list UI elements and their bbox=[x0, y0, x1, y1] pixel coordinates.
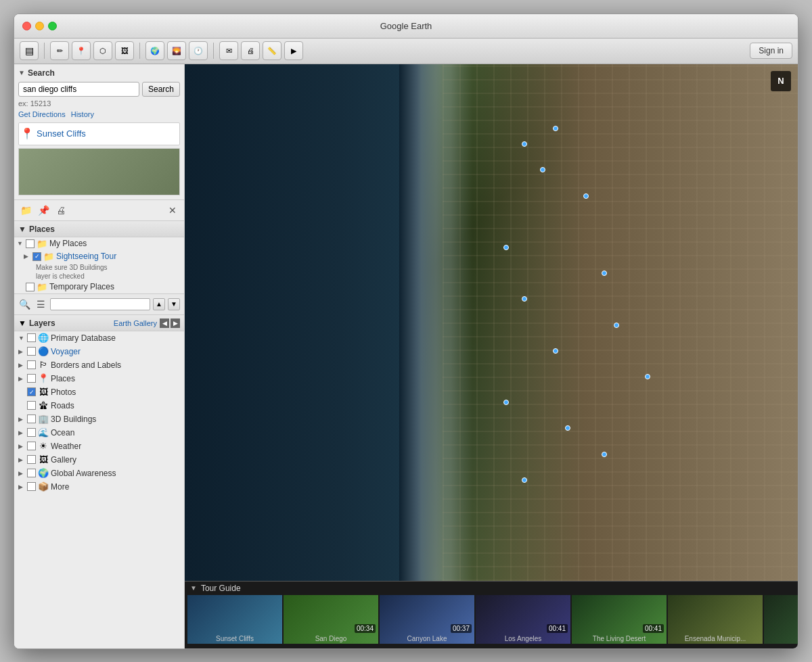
layer-3d-buildings[interactable]: ▶ 🏢 3D Buildings bbox=[14, 412, 184, 426]
places-panel-title: Places bbox=[29, 224, 55, 234]
layer-photos[interactable]: ▶ ✓ 🖼 Photos bbox=[14, 385, 184, 399]
places-search-input[interactable] bbox=[50, 298, 150, 310]
places-panel: ▼ Places ▼ 📁 My Places ▶ ✓ 📁 Sightseeing… bbox=[14, 221, 184, 294]
primary-db-checkbox[interactable] bbox=[27, 333, 36, 342]
roads-checkbox[interactable] bbox=[27, 401, 36, 410]
buildings-label: 3D Buildings bbox=[51, 415, 96, 424]
earth-gallery-button[interactable]: Earth Gallery bbox=[114, 319, 157, 327]
places-layer-checkbox[interactable] bbox=[27, 374, 36, 383]
temporary-places-checkbox[interactable] bbox=[26, 283, 35, 291]
window-title: Google Earth bbox=[380, 21, 432, 31]
buildings-icon: 🏢 bbox=[38, 414, 49, 425]
gallery-checkbox[interactable] bbox=[27, 455, 36, 464]
gallery-prev-arrow[interactable]: ◀ bbox=[160, 318, 169, 328]
places-layer-arrow: ▶ bbox=[18, 375, 25, 382]
record-tour-button[interactable]: ▶ bbox=[284, 41, 303, 60]
tour-thumb-ensenada[interactable]: Ensenada Municip... bbox=[668, 595, 763, 644]
email-button[interactable]: ✉ bbox=[219, 41, 238, 60]
layer-more[interactable]: ▶ 📦 More bbox=[14, 480, 184, 494]
tour-thumb-mexicali[interactable]: Mexicali bbox=[764, 595, 798, 644]
voyager-label[interactable]: Voyager bbox=[51, 347, 81, 356]
layer-borders-labels[interactable]: ▶ 🏳 Borders and Labels bbox=[14, 358, 184, 372]
more-checkbox[interactable] bbox=[27, 482, 36, 491]
map-marker bbox=[553, 126, 558, 131]
sidebar-toggle-button[interactable]: ▤ bbox=[20, 41, 39, 60]
layers-panel-header: ▼ Layers Earth Gallery ◀ ▶ bbox=[14, 315, 184, 331]
places-list-button[interactable]: ☰ bbox=[35, 297, 48, 312]
layer-weather[interactable]: ▶ ☀ Weather bbox=[14, 440, 184, 453]
historical-imagery-button[interactable]: 🕐 bbox=[189, 41, 208, 60]
sightseeing-folder-icon: 📁 bbox=[43, 252, 54, 262]
new-placemark-button[interactable]: 📌 bbox=[36, 203, 51, 218]
search-result-item[interactable]: 📍 Sunset Cliffs bbox=[18, 122, 180, 145]
photos-checkbox[interactable]: ✓ bbox=[27, 387, 36, 396]
close-button[interactable] bbox=[22, 22, 31, 30]
voyager-checkbox[interactable] bbox=[27, 347, 36, 356]
show-sky-button[interactable]: 🌄 bbox=[167, 41, 186, 60]
map-view[interactable]: N bbox=[185, 64, 798, 581]
print-result-button[interactable]: 🖨 bbox=[53, 203, 68, 218]
weather-checkbox[interactable] bbox=[27, 442, 36, 450]
tour-thumb-los-angeles[interactable]: 00:41 Los Angeles bbox=[476, 595, 570, 644]
show-earth-button[interactable]: 🌍 bbox=[145, 41, 164, 60]
sightseeing-tour-item[interactable]: ▶ ✓ 📁 Sightseeing Tour bbox=[14, 250, 184, 263]
sightseeing-checkbox[interactable]: ✓ bbox=[32, 252, 41, 261]
tour-guide-title: Tour Guide bbox=[201, 584, 241, 593]
history-link[interactable]: History bbox=[71, 110, 94, 118]
add-polygon-button[interactable]: ⬡ bbox=[93, 41, 112, 60]
search-input[interactable] bbox=[18, 82, 139, 97]
global-icon: 🌍 bbox=[38, 468, 49, 479]
close-search-button[interactable]: ✕ bbox=[165, 203, 180, 218]
my-places-checkbox[interactable] bbox=[26, 239, 35, 248]
tour-thumb-living-desert[interactable]: 00:41 The Living Desert bbox=[572, 595, 667, 644]
sightseeing-label[interactable]: Sightseeing Tour bbox=[56, 252, 116, 261]
add-placemark-button[interactable]: 📍 bbox=[72, 41, 91, 60]
layer-roads[interactable]: ▶ 🛣 Roads bbox=[14, 399, 184, 412]
borders-checkbox[interactable] bbox=[27, 360, 36, 369]
minimize-button[interactable] bbox=[35, 22, 44, 30]
places-search-button[interactable]: 🔍 bbox=[18, 297, 32, 312]
layer-global-awareness[interactable]: ▶ 🌍 Global Awareness bbox=[14, 467, 184, 480]
thumb-duration-5: 00:41 bbox=[643, 624, 664, 633]
gallery-next-arrow[interactable]: ▶ bbox=[171, 318, 180, 328]
places-layer-icon: 📍 bbox=[38, 373, 49, 384]
layer-ocean[interactable]: ▶ 🌊 Ocean bbox=[14, 426, 184, 440]
places-next-button[interactable]: ▼ bbox=[168, 298, 180, 310]
map-marker bbox=[614, 323, 619, 328]
print-button[interactable]: 🖨 bbox=[241, 41, 260, 60]
temporary-places-item[interactable]: ▶ 📁 Temporary Places bbox=[14, 281, 184, 293]
thumb-duration-4: 00:41 bbox=[547, 624, 568, 633]
global-arrow: ▶ bbox=[18, 470, 25, 477]
buildings-checkbox[interactable] bbox=[27, 415, 36, 423]
tour-thumb-san-diego[interactable]: 00:34 San Diego bbox=[284, 595, 378, 644]
tour-thumb-canyon-lake[interactable]: 00:37 Canyon Lake bbox=[380, 595, 474, 644]
result-name: Sunset Cliffs bbox=[37, 128, 86, 139]
get-directions-link[interactable]: Get Directions bbox=[18, 110, 66, 118]
north-indicator: N bbox=[771, 71, 791, 91]
maximize-button[interactable] bbox=[48, 22, 57, 30]
search-panel-toolbar: 📁 📌 🖨 ✕ bbox=[14, 200, 184, 221]
gallery-arrow: ▶ bbox=[18, 456, 25, 463]
primary-db-arrow: ▼ bbox=[18, 335, 25, 341]
sign-in-button[interactable]: Sign in bbox=[750, 43, 792, 59]
layer-voyager[interactable]: ▶ 🔵 Voyager bbox=[14, 345, 184, 358]
ocean-checkbox[interactable] bbox=[27, 428, 36, 437]
ruler-button[interactable]: ✏ bbox=[50, 41, 69, 60]
new-folder-button[interactable]: 📁 bbox=[18, 203, 33, 218]
toolbar-separator-1 bbox=[44, 43, 45, 59]
search-panel-title: Search bbox=[28, 68, 55, 78]
places-prev-button[interactable]: ▲ bbox=[153, 298, 165, 310]
add-overlay-button[interactable]: 🖼 bbox=[115, 41, 134, 60]
measure-button[interactable]: 📏 bbox=[263, 41, 281, 60]
layers-panel-arrow: ▼ bbox=[18, 318, 26, 328]
global-checkbox[interactable] bbox=[27, 469, 36, 477]
layer-gallery[interactable]: ▶ 🖼 Gallery bbox=[14, 453, 184, 467]
layer-primary-database[interactable]: ▼ 🌐 Primary Database bbox=[14, 331, 184, 345]
my-places-folder-icon: 📁 bbox=[37, 239, 47, 249]
thumb-label-4: Los Angeles bbox=[476, 635, 570, 642]
my-places-item[interactable]: ▼ 📁 My Places bbox=[14, 237, 184, 250]
layer-places[interactable]: ▶ 📍 Places bbox=[14, 372, 184, 385]
tour-guide-header: ▼ Tour Guide bbox=[185, 582, 798, 595]
tour-thumb-sunset-cliffs[interactable]: Sunset Cliffs bbox=[187, 595, 282, 644]
search-button[interactable]: Search bbox=[142, 82, 180, 97]
